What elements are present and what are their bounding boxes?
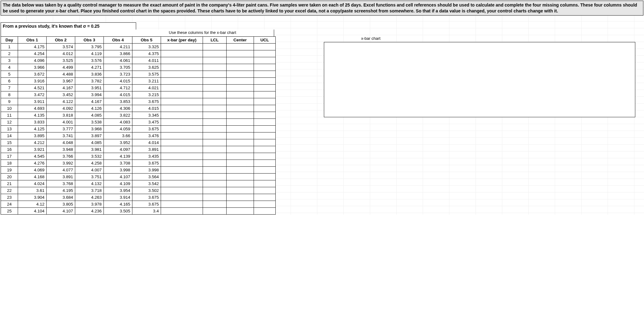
cell[interactable]: 4.139 [104,153,132,160]
cell[interactable]: 4.083 [104,118,132,125]
cell[interactable] [203,180,227,187]
cell[interactable] [161,207,203,214]
cell[interactable]: 12 [1,118,18,125]
cell[interactable]: 3.981 [75,146,104,153]
cell[interactable] [254,125,276,132]
cell[interactable] [227,166,254,173]
cell[interactable]: 3.4 [132,207,161,214]
cell[interactable] [254,105,276,112]
table-row[interactable]: 143.8953.7413.8973.663.476 [1,132,276,139]
cell[interactable]: 4.122 [47,98,75,105]
cell[interactable] [227,207,254,214]
cell[interactable] [161,146,203,153]
cell[interactable]: 4.107 [104,173,132,180]
cell[interactable]: 4.015 [104,77,132,84]
cell[interactable]: 20 [1,173,18,180]
cell[interactable]: 17 [1,153,18,160]
cell[interactable]: 4.276 [18,160,47,166]
cell[interactable]: 4.168 [18,173,47,180]
cell[interactable] [161,187,203,194]
cell[interactable] [227,160,254,166]
cell[interactable] [254,50,276,57]
cell[interactable]: 3.215 [132,91,161,98]
table-row[interactable]: 244.123.8053.9784.1653.675 [1,201,276,207]
table-row[interactable]: 43.9664.4994.2713.7053.625 [1,64,276,71]
cell[interactable] [254,180,276,187]
cell[interactable]: 3.822 [104,112,132,118]
cell[interactable]: 4.375 [132,50,161,57]
cell[interactable]: 3.525 [47,57,75,64]
cell[interactable] [227,118,254,125]
cell[interactable]: 24 [1,201,18,207]
cell[interactable] [254,57,276,64]
cell[interactable] [254,139,276,146]
cell[interactable] [203,105,227,112]
cell[interactable]: 4.021 [132,84,161,91]
cell[interactable]: 4.132 [75,180,104,187]
table-row[interactable]: 104.6934.0924.1264.3064.015 [1,105,276,112]
cell[interactable]: 4.211 [104,43,132,50]
cell[interactable]: 3.914 [104,194,132,201]
cell[interactable]: 3.472 [18,91,47,98]
cell[interactable] [203,57,227,64]
cell[interactable]: 3.538 [75,118,104,125]
cell[interactable]: 3.66 [104,132,132,139]
cell[interactable]: 4.109 [104,180,132,187]
cell[interactable] [227,43,254,50]
cell[interactable]: 3.505 [104,207,132,214]
cell[interactable]: 3.966 [18,64,47,71]
cell[interactable] [203,71,227,77]
cell[interactable] [161,112,203,118]
cell[interactable] [161,166,203,173]
cell[interactable]: 4.545 [18,153,47,160]
xbar-chart-placeholder[interactable] [324,42,635,117]
cell[interactable]: 4.061 [104,57,132,64]
cell[interactable] [203,201,227,207]
cell[interactable]: 4.012 [47,50,75,57]
table-row[interactable]: 184.2763.9924.2583.7083.675 [1,160,276,166]
cell[interactable] [254,91,276,98]
cell[interactable] [254,43,276,50]
cell[interactable]: 4.693 [18,105,47,112]
cell[interactable] [227,146,254,153]
cell[interactable]: 3.951 [75,84,104,91]
cell[interactable] [254,71,276,77]
cell[interactable] [227,139,254,146]
cell[interactable]: 3.891 [47,173,75,180]
cell[interactable] [161,153,203,160]
cell[interactable]: 3.542 [132,180,161,187]
cell[interactable] [161,132,203,139]
cell[interactable]: 4.521 [18,84,47,91]
cell[interactable]: 3.998 [132,166,161,173]
cell[interactable] [161,77,203,84]
cell[interactable]: 4 [1,64,18,71]
cell[interactable] [227,71,254,77]
cell[interactable]: 3.795 [75,43,104,50]
cell[interactable] [203,118,227,125]
cell[interactable]: 4.001 [47,118,75,125]
cell[interactable]: 4.097 [104,146,132,153]
cell[interactable] [254,201,276,207]
cell[interactable] [161,180,203,187]
cell[interactable]: 3.916 [18,77,47,84]
cell[interactable]: 4.014 [132,139,161,146]
cell[interactable]: 3.818 [47,112,75,118]
cell[interactable] [227,187,254,194]
table-row[interactable]: 24.2544.0124.1193.8664.375 [1,50,276,57]
table-row[interactable]: 163.9213.9483.9814.0973.891 [1,146,276,153]
cell[interactable]: 6 [1,77,18,84]
cell[interactable] [227,194,254,201]
table-row[interactable]: 53.6724.4883.8363.7233.575 [1,71,276,77]
cell[interactable]: 3.768 [47,180,75,187]
cell[interactable] [203,139,227,146]
cell[interactable] [227,112,254,118]
cell[interactable]: 3.61 [18,187,47,194]
cell[interactable] [161,43,203,50]
cell[interactable]: 3.675 [132,160,161,166]
cell[interactable] [254,118,276,125]
cell[interactable]: 3.708 [104,160,132,166]
cell[interactable]: 16 [1,146,18,153]
cell[interactable] [203,84,227,91]
cell[interactable]: 3.625 [132,64,161,71]
cell[interactable] [203,146,227,153]
